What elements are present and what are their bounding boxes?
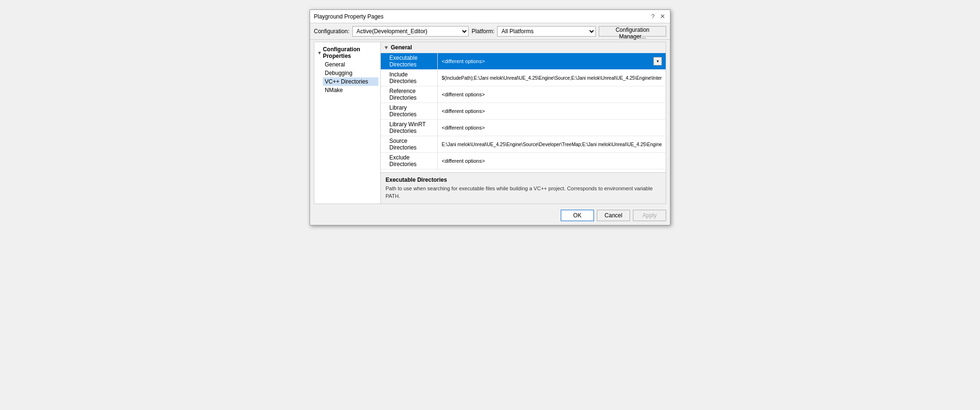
- prop-name-library-winrt-dirs: Library WinRT Directories: [381, 120, 438, 136]
- dialog-title: Playground Property Pages: [314, 13, 384, 20]
- prop-value-text: <different options>: [442, 125, 485, 130]
- sidebar-item-vc-directories[interactable]: VC++ Directories: [323, 77, 378, 86]
- prop-value-library-dirs: <different options>: [438, 103, 666, 120]
- platform-label: Platform:: [471, 28, 494, 35]
- prop-value-text: E:\Jani melok\Unreal\UE_4.25\Engine\Sour…: [442, 142, 662, 147]
- ok-button[interactable]: OK: [561, 210, 594, 221]
- config-select[interactable]: Active(Development_Editor): [352, 26, 469, 37]
- section-label: General: [391, 44, 412, 51]
- table-row[interactable]: Exclude Directories <different options>: [381, 153, 666, 169]
- title-bar: Playground Property Pages ? ✕: [310, 10, 670, 23]
- tree-root-label: Configuration Properties: [323, 46, 377, 59]
- prop-name-library-dirs: Library Directories: [381, 103, 438, 120]
- properties-table: Executable Directories <different option…: [381, 53, 666, 169]
- prop-name-executable-dirs: Executable Directories: [381, 53, 438, 70]
- section-header: ▼ General: [381, 42, 666, 53]
- prop-name-source-dirs: Source Directories: [381, 136, 438, 153]
- section-collapse-icon[interactable]: ▼: [384, 45, 389, 50]
- prop-value-text: <different options>: [442, 58, 653, 64]
- prop-value-include-dirs: $(IncludePath);E:\Jani melok\Unreal\UE_4…: [438, 70, 666, 86]
- footer: OK Cancel Apply: [310, 206, 670, 225]
- tree-root: ▼ Configuration Properties General Debug…: [314, 42, 380, 97]
- props-panel: ▼ General Executable Directories <differ…: [381, 42, 666, 204]
- close-button[interactable]: ✕: [659, 13, 666, 20]
- table-row[interactable]: Source Directories E:\Jani melok\Unreal\…: [381, 136, 666, 153]
- description-title: Executable Directories: [386, 177, 661, 183]
- prop-name-exclude-dirs: Exclude Directories: [381, 153, 438, 169]
- platform-select[interactable]: All Platforms: [497, 26, 596, 37]
- cancel-button[interactable]: Cancel: [597, 210, 630, 221]
- value-with-dropdown: <different options> ▾: [442, 57, 662, 65]
- dropdown-button[interactable]: ▾: [653, 57, 662, 65]
- table-row[interactable]: Executable Directories <different option…: [381, 53, 666, 70]
- prop-value-source-dirs: E:\Jani melok\Unreal\UE_4.25\Engine\Sour…: [438, 136, 666, 153]
- prop-name-reference-dirs: Reference Directories: [381, 86, 438, 103]
- prop-value-text: $(IncludePath);E:\Jani melok\Unreal\UE_4…: [442, 75, 662, 81]
- sidebar-item-general[interactable]: General: [323, 60, 378, 69]
- tree-root-node[interactable]: ▼ Configuration Properties: [316, 45, 378, 60]
- description-panel: Executable Directories Path to use when …: [381, 172, 666, 204]
- config-manager-button[interactable]: Configuration Manager...: [599, 26, 666, 37]
- description-text: Path to use when searching for executabl…: [386, 185, 661, 200]
- title-bar-buttons: ? ✕: [649, 13, 666, 20]
- help-button[interactable]: ?: [649, 13, 657, 20]
- table-row[interactable]: Include Directories $(IncludePath);E:\Ja…: [381, 70, 666, 86]
- dropdown-arrow-icon: ▾: [657, 59, 659, 64]
- prop-name-include-dirs: Include Directories: [381, 70, 438, 86]
- prop-value-text: <different options>: [442, 92, 485, 97]
- prop-value-reference-dirs: <different options>: [438, 86, 666, 103]
- config-label: Configuration:: [314, 28, 349, 35]
- toolbar-row: Configuration: Active(Development_Editor…: [310, 23, 670, 40]
- prop-value-executable-dirs: <different options> ▾: [438, 53, 666, 70]
- dialog: Playground Property Pages ? ✕ Configurat…: [310, 9, 670, 225]
- content-area: ▼ Configuration Properties General Debug…: [314, 42, 666, 204]
- table-row[interactable]: Reference Directories <different options…: [381, 86, 666, 103]
- table-row[interactable]: Library Directories <different options>: [381, 103, 666, 120]
- prop-value-text: <different options>: [442, 158, 485, 164]
- prop-value-exclude-dirs: <different options>: [438, 153, 666, 169]
- prop-value-library-winrt-dirs: <different options>: [438, 120, 666, 136]
- sidebar-item-nmake[interactable]: NMake: [323, 86, 378, 94]
- table-row[interactable]: Library WinRT Directories <different opt…: [381, 120, 666, 136]
- tree-expand-icon: ▼: [317, 50, 322, 56]
- tree-panel: ▼ Configuration Properties General Debug…: [314, 42, 381, 204]
- props-table-area: ▼ General Executable Directories <differ…: [381, 42, 666, 172]
- tree-children: General Debugging VC++ Directories NMake: [316, 60, 378, 94]
- prop-value-text: <different options>: [442, 108, 485, 114]
- apply-button[interactable]: Apply: [633, 210, 666, 221]
- sidebar-item-debugging[interactable]: Debugging: [323, 69, 378, 77]
